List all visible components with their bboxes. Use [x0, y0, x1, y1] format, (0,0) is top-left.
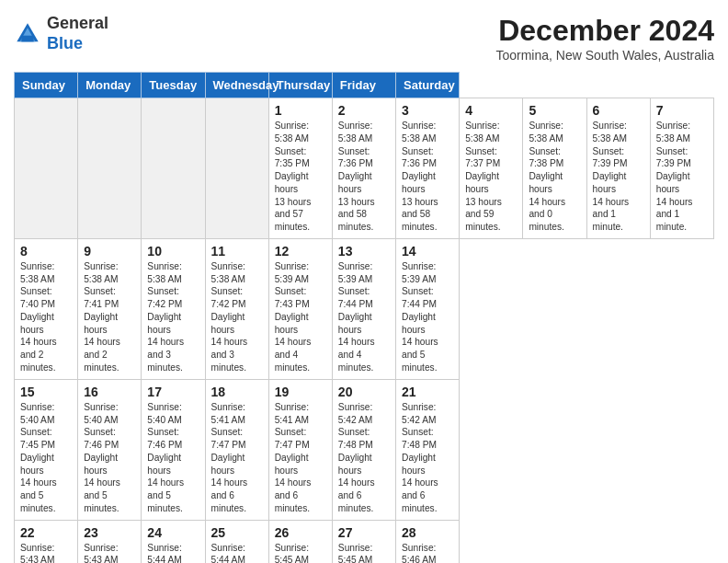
svg-rect-2 — [21, 35, 33, 41]
location: Toormina, New South Wales, Australia — [495, 48, 714, 63]
calendar-cell — [78, 98, 142, 239]
logo-icon — [14, 20, 41, 48]
day-number: 18 — [211, 385, 263, 399]
day-number: 2 — [338, 103, 390, 118]
calendar-cell: 22 Sunrise: 5:43 AMSunset: 7:49 PMDaylig… — [15, 520, 78, 563]
cell-info: Sunrise: 5:38 AMSunset: 7:42 PMDaylight … — [147, 260, 199, 374]
calendar-cell: 3 Sunrise: 5:38 AMSunset: 7:36 PMDayligh… — [396, 98, 460, 239]
calendar-cell: 14 Sunrise: 5:39 AMSunset: 7:44 PMDaylig… — [396, 238, 460, 379]
day-number: 8 — [20, 244, 72, 259]
day-number: 11 — [211, 244, 263, 259]
cell-info: Sunrise: 5:45 AMSunset: 7:51 PMDaylight … — [338, 542, 390, 563]
calendar-cell: 17 Sunrise: 5:40 AMSunset: 7:46 PMDaylig… — [142, 379, 205, 520]
page-header: General Blue December 2024 Toormina, New… — [14, 14, 714, 63]
calendar-cell: 11 Sunrise: 5:38 AMSunset: 7:42 PMDaylig… — [205, 238, 268, 379]
calendar-cell: 26 Sunrise: 5:45 AMSunset: 7:51 PMDaylig… — [268, 520, 332, 563]
day-number: 22 — [20, 525, 72, 540]
cell-info: Sunrise: 5:38 AMSunset: 7:41 PMDaylight … — [84, 260, 135, 374]
cell-info: Sunrise: 5:38 AMSunset: 7:39 PMDaylight … — [656, 120, 708, 234]
month-title: December 2024 — [495, 14, 714, 48]
day-number: 3 — [402, 103, 453, 118]
day-number: 24 — [147, 525, 199, 540]
cell-info: Sunrise: 5:44 AMSunset: 7:50 PMDaylight … — [147, 542, 199, 563]
day-header-saturday: Saturday — [396, 73, 460, 98]
cell-info: Sunrise: 5:38 AMSunset: 7:35 PMDaylight … — [275, 120, 326, 234]
cell-info: Sunrise: 5:42 AMSunset: 7:48 PMDaylight … — [402, 401, 453, 515]
day-number: 10 — [147, 244, 199, 259]
title-block: December 2024 Toormina, New South Wales,… — [495, 14, 714, 63]
cell-info: Sunrise: 5:38 AMSunset: 7:36 PMDaylight … — [338, 120, 390, 234]
day-header-tuesday: Tuesday — [142, 73, 205, 98]
calendar-cell: 15 Sunrise: 5:40 AMSunset: 7:45 PMDaylig… — [15, 379, 78, 520]
calendar-cell — [142, 98, 205, 239]
calendar-cell: 10 Sunrise: 5:38 AMSunset: 7:42 PMDaylig… — [142, 238, 205, 379]
day-number: 17 — [147, 385, 199, 399]
day-number: 9 — [84, 244, 135, 259]
day-number: 20 — [338, 385, 390, 399]
cell-info: Sunrise: 5:45 AMSunset: 7:51 PMDaylight … — [275, 542, 326, 563]
cell-info: Sunrise: 5:42 AMSunset: 7:48 PMDaylight … — [338, 401, 390, 515]
cell-info: Sunrise: 5:38 AMSunset: 7:37 PMDaylight … — [465, 120, 517, 234]
day-number: 5 — [529, 103, 580, 118]
cell-info: Sunrise: 5:40 AMSunset: 7:45 PMDaylight … — [20, 401, 72, 515]
cell-info: Sunrise: 5:38 AMSunset: 7:39 PMDaylight … — [593, 120, 644, 234]
calendar-cell: 2 Sunrise: 5:38 AMSunset: 7:36 PMDayligh… — [332, 98, 395, 239]
day-number: 4 — [465, 103, 517, 118]
calendar-cell: 1 Sunrise: 5:38 AMSunset: 7:35 PMDayligh… — [268, 98, 332, 239]
day-number: 15 — [20, 385, 72, 399]
cell-info: Sunrise: 5:38 AMSunset: 7:36 PMDaylight … — [402, 120, 453, 234]
day-number: 26 — [275, 525, 326, 540]
day-number: 1 — [275, 103, 326, 118]
day-number: 28 — [402, 525, 453, 540]
calendar-cell: 27 Sunrise: 5:45 AMSunset: 7:51 PMDaylig… — [332, 520, 395, 563]
day-header-wednesday: Wednesday — [205, 73, 268, 98]
cell-info: Sunrise: 5:38 AMSunset: 7:40 PMDaylight … — [20, 260, 72, 374]
day-header-monday: Monday — [78, 73, 142, 98]
calendar-cell: 24 Sunrise: 5:44 AMSunset: 7:50 PMDaylig… — [142, 520, 205, 563]
day-number: 23 — [84, 525, 135, 540]
calendar-cell: 20 Sunrise: 5:42 AMSunset: 7:48 PMDaylig… — [332, 379, 395, 520]
calendar-cell: 28 Sunrise: 5:46 AMSunset: 7:51 PMDaylig… — [396, 520, 460, 563]
cell-info: Sunrise: 5:40 AMSunset: 7:46 PMDaylight … — [84, 401, 135, 515]
cell-info: Sunrise: 5:39 AMSunset: 7:44 PMDaylight … — [402, 260, 453, 374]
calendar-cell: 4 Sunrise: 5:38 AMSunset: 7:37 PMDayligh… — [460, 98, 523, 239]
day-header-friday: Friday — [332, 73, 395, 98]
cell-info: Sunrise: 5:39 AMSunset: 7:44 PMDaylight … — [338, 260, 390, 374]
calendar-cell: 16 Sunrise: 5:40 AMSunset: 7:46 PMDaylig… — [78, 379, 142, 520]
calendar-cell: 18 Sunrise: 5:41 AMSunset: 7:47 PMDaylig… — [205, 379, 268, 520]
cell-info: Sunrise: 5:46 AMSunset: 7:51 PMDaylight … — [402, 542, 453, 563]
logo: General Blue — [14, 14, 108, 53]
day-number: 7 — [656, 103, 708, 118]
calendar-cell: 21 Sunrise: 5:42 AMSunset: 7:48 PMDaylig… — [396, 379, 460, 520]
cell-info: Sunrise: 5:41 AMSunset: 7:47 PMDaylight … — [211, 401, 263, 515]
cell-info: Sunrise: 5:38 AMSunset: 7:42 PMDaylight … — [211, 260, 263, 374]
calendar-cell: 19 Sunrise: 5:41 AMSunset: 7:47 PMDaylig… — [268, 379, 332, 520]
day-number: 27 — [338, 525, 390, 540]
cell-info: Sunrise: 5:41 AMSunset: 7:47 PMDaylight … — [275, 401, 326, 515]
calendar-cell — [15, 98, 78, 239]
calendar-cell: 5 Sunrise: 5:38 AMSunset: 7:38 PMDayligh… — [523, 98, 586, 239]
day-number: 12 — [275, 244, 326, 259]
cell-info: Sunrise: 5:39 AMSunset: 7:43 PMDaylight … — [275, 260, 326, 374]
calendar-cell: 9 Sunrise: 5:38 AMSunset: 7:41 PMDayligh… — [78, 238, 142, 379]
calendar-cell: 7 Sunrise: 5:38 AMSunset: 7:39 PMDayligh… — [650, 98, 713, 239]
day-number: 14 — [402, 244, 453, 259]
calendar-cell: 25 Sunrise: 5:44 AMSunset: 7:50 PMDaylig… — [205, 520, 268, 563]
day-header-thursday: Thursday — [268, 73, 332, 98]
calendar-table: SundayMondayTuesdayWednesdayThursdayFrid… — [14, 72, 714, 563]
cell-info: Sunrise: 5:43 AMSunset: 7:49 PMDaylight … — [84, 542, 135, 563]
calendar-cell: 6 Sunrise: 5:38 AMSunset: 7:39 PMDayligh… — [586, 98, 650, 239]
day-number: 21 — [402, 385, 453, 399]
day-header-sunday: Sunday — [15, 73, 78, 98]
calendar-cell: 23 Sunrise: 5:43 AMSunset: 7:49 PMDaylig… — [78, 520, 142, 563]
cell-info: Sunrise: 5:44 AMSunset: 7:50 PMDaylight … — [211, 542, 263, 563]
calendar-cell: 8 Sunrise: 5:38 AMSunset: 7:40 PMDayligh… — [15, 238, 78, 379]
calendar-cell: 12 Sunrise: 5:39 AMSunset: 7:43 PMDaylig… — [268, 238, 332, 379]
cell-info: Sunrise: 5:38 AMSunset: 7:38 PMDaylight … — [529, 120, 580, 234]
day-number: 6 — [593, 103, 644, 118]
day-number: 16 — [84, 385, 135, 399]
calendar-cell — [205, 98, 268, 239]
day-number: 19 — [275, 385, 326, 399]
cell-info: Sunrise: 5:40 AMSunset: 7:46 PMDaylight … — [147, 401, 199, 515]
day-number: 25 — [211, 525, 263, 540]
